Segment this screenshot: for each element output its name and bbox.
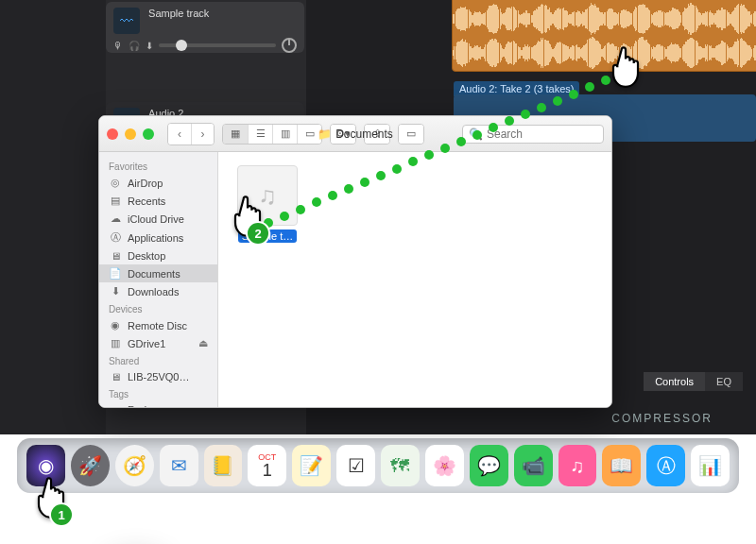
sidebar-section-header: Devices (99, 300, 217, 316)
dock-app-photos[interactable]: 🌸 (425, 445, 464, 486)
sidebar-item-documents[interactable]: 📄Documents (99, 264, 217, 282)
drag-path-dot (360, 178, 369, 187)
dock-app-safari[interactable]: 🧭 (115, 445, 154, 486)
drag-path-dot (392, 164, 402, 174)
arrange-menu[interactable]: ⚙▾ (330, 124, 356, 144)
sidebar-item-airdrop[interactable]: ◎AirDrop (99, 174, 217, 192)
dock-app-maps[interactable]: 🗺 (381, 445, 420, 486)
sidebar-item-label: Downloads (128, 286, 179, 298)
sidebar-item-icon: ⬇ (109, 285, 122, 298)
sidebar-item-label: Documents (128, 268, 180, 280)
sidebar-item-label: AirDrop (128, 178, 163, 189)
sidebar-item-applications[interactable]: ⒶApplications (99, 228, 217, 247)
step-badge-2: 2 (248, 223, 268, 244)
nav-back-forward: ‹ › (167, 123, 215, 145)
tab-controls[interactable]: Controls (644, 372, 705, 391)
sidebar-item-label: Remote Disc (128, 320, 187, 332)
dock-app-launchpad[interactable]: 🚀 (71, 445, 110, 486)
dock-app-reminders[interactable]: ☑︎ (336, 445, 375, 486)
sidebar-item-label: GDrive1 (128, 338, 165, 349)
dock-app-siri[interactable]: ◉ (26, 445, 65, 486)
mic-icon[interactable]: 🎙 (113, 41, 123, 51)
sidebar-item-icon: Ⓐ (109, 230, 122, 245)
dock[interactable]: 😊 ◉ 🚀 🧭 ✉︎ 📒 OCT1 📝 ☑︎ 🗺 🌸 💬 📹 ♫ 📖 Ⓐ 📊 (17, 438, 739, 493)
sidebar-section-header: Tags (99, 385, 217, 401)
sidebar-item-icon: ▤ (109, 195, 122, 207)
audio-region-waveform[interactable] (452, 0, 756, 72)
sidebar-item-label: Red (128, 404, 146, 407)
finder-window[interactable]: ‹ › ▦ ☰ ▥ ▭ ⚙▾ ⇪ ▭ 📁Documents 🔍 Favorite… (98, 115, 612, 408)
sidebar-item-label: Applications (128, 232, 183, 244)
minimize-button[interactable] (125, 128, 136, 140)
sidebar-item-label: iCloud Drive (128, 213, 184, 225)
compressor-label: COMPRESSOR (611, 412, 713, 425)
dock-app-notes[interactable]: 📝 (292, 445, 331, 486)
sidebar-section-header: Favorites (99, 158, 217, 174)
track-header-1[interactable]: 〰 Sample track 🎙 🎧 ⬇ (106, 2, 304, 53)
dock-app-ibooks[interactable]: 📖 (602, 445, 641, 486)
sidebar-item-icon: ● (109, 404, 122, 407)
back-button[interactable]: ‹ (168, 124, 191, 144)
drag-path-dot (296, 205, 305, 214)
gallery-view-button[interactable]: ▭ (297, 125, 321, 144)
zoom-button[interactable] (143, 128, 154, 140)
track-panel-gutter (0, 0, 106, 434)
dock-app-messages[interactable]: 💬 (470, 445, 508, 486)
drag-path-dot (569, 90, 578, 99)
finder-titlebar[interactable]: ‹ › ▦ ☰ ▥ ▭ ⚙▾ ⇪ ▭ 📁Documents 🔍 (99, 116, 611, 152)
sidebar-item-gdrive1[interactable]: ▥GDrive1⏏ (99, 334, 217, 352)
dock-app-numbers[interactable]: 📊 (691, 445, 730, 486)
pan-knob[interactable] (282, 38, 297, 53)
volume-slider[interactable] (159, 43, 276, 47)
drag-path-dot (472, 130, 482, 140)
dock-app-contacts[interactable]: 📒 (204, 445, 243, 486)
sidebar-item-downloads[interactable]: ⬇Downloads (99, 282, 217, 300)
sidebar-item-desktop[interactable]: 🖥Desktop (99, 247, 217, 264)
tags-button[interactable]: ▭ (398, 124, 424, 144)
tab-eq[interactable]: EQ (705, 372, 743, 391)
sidebar-item-icon: 🖥 (109, 371, 122, 382)
sidebar-item-icloud-drive[interactable]: ☁iCloud Drive (99, 210, 217, 228)
sidebar-item-label: LIB-25VQ0… (128, 371, 189, 382)
finder-content[interactable]: ♫ Sample t… (218, 152, 611, 407)
sidebar-item-icon: ☁ (109, 212, 122, 225)
sidebar-item-label: Desktop (128, 250, 165, 262)
sidebar-item-label: Recents (128, 196, 165, 207)
sidebar-item-recents[interactable]: ▤Recents (99, 192, 217, 210)
sidebar-item-icon: 🖥 (109, 250, 122, 262)
sidebar-item-icon: ▥ (109, 337, 122, 349)
close-button[interactable] (107, 128, 118, 140)
sidebar-item-lib-25vq0-[interactable]: 🖥LIB-25VQ0… (99, 368, 217, 385)
drag-path-dot (456, 137, 466, 146)
drag-path-dot (617, 69, 627, 78)
dock-app-itunes[interactable]: ♫ (558, 445, 597, 486)
view-mode-segment: ▦ ☰ ▥ ▭ (222, 124, 322, 144)
list-view-button[interactable]: ☰ (248, 125, 272, 144)
step-badge-1: 1 (51, 504, 72, 525)
headphones-icon[interactable]: 🎧 (129, 41, 140, 51)
dock-area: 😊 ◉ 🚀 🧭 ✉︎ 📒 OCT1 📝 ☑︎ 🗺 🌸 💬 📹 ♫ 📖 Ⓐ 📊 (0, 433, 756, 499)
dock-app-appstore[interactable]: Ⓐ (646, 445, 685, 486)
input-icon[interactable]: ⬇ (146, 41, 153, 51)
icon-view-button[interactable]: ▦ (223, 125, 248, 144)
sidebar-item-icon: ◉ (109, 319, 122, 332)
dock-app-calendar[interactable]: OCT1 (248, 445, 286, 486)
search-input[interactable] (487, 128, 612, 141)
finder-sidebar[interactable]: Favorites◎AirDrop▤Recents☁iCloud DriveⒶA… (99, 152, 218, 407)
search-field[interactable]: 🔍 (462, 125, 604, 144)
drag-path-dot (280, 212, 289, 221)
share-button[interactable]: ⇪ (364, 124, 390, 144)
dock-app-mail[interactable]: ✉︎ (160, 445, 198, 486)
window-controls (107, 128, 154, 140)
column-view-button[interactable]: ▥ (272, 125, 297, 144)
sidebar-item-remote-disc[interactable]: ◉Remote Disc (99, 316, 217, 334)
sidebar-item-icon: 📄 (109, 267, 122, 280)
drag-path-dot (537, 103, 546, 112)
forward-button[interactable]: › (191, 124, 214, 144)
dock-app-facetime[interactable]: 📹 (514, 445, 553, 486)
sidebar-section-header: Shared (99, 352, 217, 368)
eject-icon[interactable]: ⏏ (198, 337, 208, 349)
smart-controls-tabs: Controls EQ (644, 372, 743, 391)
drag-path-dot (376, 171, 386, 180)
sidebar-item-red[interactable]: ●Red (99, 401, 217, 407)
